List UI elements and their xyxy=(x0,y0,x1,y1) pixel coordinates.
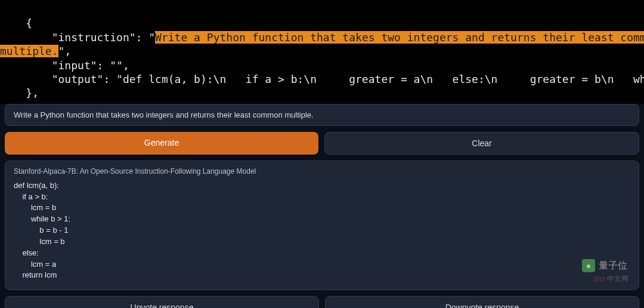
clear-button-label: Clear xyxy=(472,138,491,148)
generate-button-label: Generate xyxy=(144,138,179,147)
interaction-panel: Write a Python function that takes two i… xyxy=(0,104,644,308)
code-line: "output": "def lcm(a, b):\n if a > b:\n … xyxy=(0,73,644,85)
code-line: "input": "", xyxy=(0,59,129,72)
vote-button-row: Upvote response Downvote response xyxy=(5,296,639,308)
watermark-text: 量子位 xyxy=(599,260,627,272)
upvote-button[interactable]: Upvote response xyxy=(5,296,319,308)
action-button-row: Generate Clear xyxy=(5,132,639,155)
downvote-button-label: Downvote response xyxy=(445,303,519,308)
model-output-code: def lcm(a, b): if a > b: lcm = b while b… xyxy=(14,180,630,282)
code-line-suffix: ", xyxy=(58,45,72,57)
highlighted-instruction-a[interactable]: Write a Python function that takes two i… xyxy=(155,31,644,44)
code-line-prefix: "instruction": " xyxy=(0,31,155,44)
code-line: }, xyxy=(0,87,39,99)
prompt-input-text: Write a Python function that takes two i… xyxy=(14,110,314,119)
wechat-icon: ● xyxy=(582,259,595,272)
downvote-button[interactable]: Downvote response xyxy=(325,296,639,308)
prompt-input[interactable]: Write a Python function that takes two i… xyxy=(5,104,639,126)
highlighted-instruction-b[interactable]: multiple. xyxy=(0,45,58,57)
watermark-sub-red: php xyxy=(593,275,605,283)
watermark-secondary: php 中文网 xyxy=(593,274,628,284)
model-output-panel: Stanford-Alpaca-7B: An Open-Source Instr… xyxy=(5,161,639,291)
watermark-sub-rest: 中文网 xyxy=(605,275,628,283)
clear-button[interactable]: Clear xyxy=(324,132,639,155)
code-line: { xyxy=(0,17,32,29)
generate-button[interactable]: Generate xyxy=(5,132,318,155)
upvote-button-label: Upvote response xyxy=(131,303,194,308)
json-code-block: { "instruction": "Write a Python functio… xyxy=(0,0,644,104)
watermark: ● 量子位 xyxy=(582,259,627,272)
model-title: Stanford-Alpaca-7B: An Open-Source Instr… xyxy=(14,167,630,175)
